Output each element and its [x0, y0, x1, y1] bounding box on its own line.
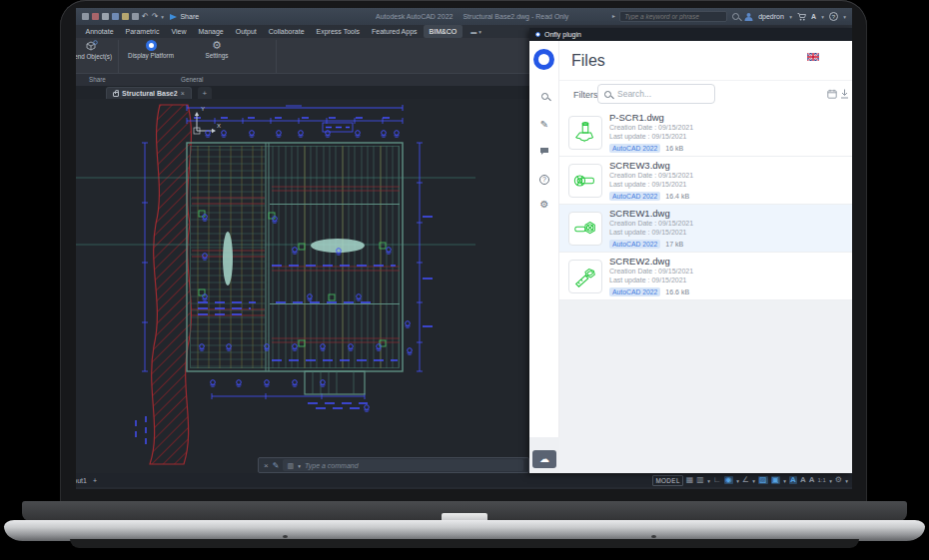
plugin-dot-icon — [535, 32, 540, 37]
tab-annotate[interactable]: Annotate — [80, 25, 120, 38]
format-badge: AutoCAD 2022 — [609, 287, 660, 296]
tab-collaborate[interactable]: Collaborate — [263, 25, 311, 38]
close-command-icon[interactable]: × — [264, 461, 269, 470]
open-file-icon[interactable] — [102, 13, 109, 20]
file-row[interactable]: P-SCR1.dwg Creation Date : 09/15/2021 La… — [559, 109, 852, 157]
sidebar-search-icon[interactable] — [529, 91, 559, 102]
filters-button[interactable]: Filters — [573, 90, 598, 100]
share-button[interactable]: Share — [170, 13, 199, 20]
cloud-upload-button[interactable]: ☁ — [532, 450, 556, 468]
settings-gear-icon[interactable]: ⚙ — [835, 476, 842, 484]
help-caret-icon[interactable]: ▾ — [843, 13, 846, 19]
autodesk-app-icon[interactable]: A — [811, 13, 816, 20]
user-caret-icon[interactable]: ▾ — [789, 13, 792, 19]
tab-parametric[interactable]: Parametric — [120, 25, 166, 38]
command-input[interactable]: ▥ ▾ Type a command — [283, 459, 523, 471]
annotation-scale-icon[interactable]: A — [809, 476, 815, 484]
ribbon-tabs: Insert Annotate Parametric View Manage O… — [76, 25, 463, 38]
dwg-thumbnail — [568, 116, 602, 150]
files-page-title: Files — [571, 52, 605, 70]
file-row-selected[interactable]: SCREW1.dwg Creation Date : 09/15/2021 La… — [559, 205, 852, 253]
save-icon[interactable] — [112, 13, 119, 20]
qat-caret-icon[interactable]: ▾ — [162, 13, 165, 19]
sidebar-chat-icon[interactable] — [529, 147, 559, 158]
dwg-thumbnail — [568, 260, 602, 293]
cart-icon[interactable] — [797, 13, 806, 21]
file-search-box[interactable] — [597, 84, 715, 104]
grid-display-icon[interactable]: ▦ — [686, 476, 694, 484]
format-badge: AutoCAD 2022 — [609, 240, 660, 249]
doc-title: Structural Base2.dwg - Read Only — [463, 13, 568, 20]
collapse-caret-icon: ▾ — [478, 28, 481, 34]
plugin-toolbar: Filters — [559, 81, 852, 109]
help-icon[interactable]: ? — [829, 12, 838, 21]
command-caret-icon[interactable]: ▾ — [298, 462, 301, 468]
tab-express-tools[interactable]: Express Tools — [311, 25, 366, 38]
object-snap-icon[interactable]: ▣ — [771, 476, 781, 484]
command-line[interactable]: × ✎ ▥ ▾ Type a command — [258, 457, 529, 473]
scale-caret-icon[interactable]: ▾ — [829, 477, 832, 483]
bottom-bar: Layout1 + MODEL ▦ ▥ ▾ ∟ ◉ ▾ ∠ ▾ ▨ ▣ ▾ A … — [76, 473, 852, 487]
tab-bimco[interactable]: BIM&CO — [424, 25, 464, 38]
tab-featured-apps[interactable]: Featured Apps — [366, 25, 424, 38]
new-file-icon[interactable] — [92, 13, 99, 20]
share-label: Share — [180, 13, 199, 20]
file-size: 16.6 kB — [665, 288, 689, 295]
snap-caret-icon[interactable]: ▾ — [707, 477, 710, 483]
calendar-icon[interactable] — [827, 89, 837, 99]
send-objects-button[interactable]: Send Object(s) — [76, 40, 120, 72]
settings-label: Settings — [206, 53, 229, 60]
polar-tracking-icon[interactable]: ◉ — [724, 476, 733, 484]
tab-output[interactable]: Output — [230, 25, 263, 38]
new-document-tab-button[interactable]: + — [198, 87, 212, 99]
search-type-caret-icon[interactable]: ▾ — [609, 15, 616, 18]
print-icon[interactable] — [122, 13, 129, 20]
laptop-front-edge — [4, 520, 925, 541]
layout-tabs: Layout1 + — [76, 477, 97, 484]
file-name: SCREW2.dwg — [609, 256, 693, 267]
tab-manage[interactable]: Manage — [192, 25, 229, 38]
app-caret-icon[interactable]: ▾ — [821, 13, 824, 19]
language-flag-icon[interactable] — [807, 53, 819, 61]
osnap-tracking-icon[interactable]: ▨ — [758, 476, 768, 484]
plugin-sidebar: ✎ ? ⚙ ☁ — [529, 41, 559, 473]
snap-mode-icon[interactable]: ▥ — [696, 476, 704, 484]
username[interactable]: dpedron — [758, 13, 784, 20]
plot-icon[interactable] — [132, 13, 139, 20]
file-search-input[interactable] — [615, 88, 695, 100]
model-space-toggle[interactable]: MODEL — [652, 475, 682, 486]
redo-icon[interactable]: ↷ — [152, 13, 159, 21]
ribbon-collapse-control[interactable]: ▬ ▾ — [470, 28, 481, 35]
polar-caret-icon[interactable]: ▾ — [736, 477, 739, 483]
file-row[interactable]: SCREW2.dwg Creation Date : 09/15/2021 La… — [559, 253, 852, 300]
ortho-mode-icon[interactable]: ∟ — [713, 476, 721, 484]
display-platform-button[interactable]: Display Platform — [122, 40, 180, 72]
download-icon[interactable] — [840, 89, 849, 99]
undo-icon[interactable]: ↶ — [142, 13, 149, 21]
panel-share-label: Share — [89, 74, 106, 86]
document-tab[interactable]: Structural Base2 × — [106, 87, 192, 99]
settings-button[interactable]: ⚙ Settings — [188, 40, 246, 72]
close-tab-icon[interactable]: × — [181, 90, 185, 97]
gear-caret-icon[interactable]: ▾ — [845, 477, 848, 483]
sidebar-help-icon[interactable]: ? — [529, 173, 559, 185]
osnap-caret-icon[interactable]: ▾ — [783, 477, 786, 483]
quick-access-toolbar[interactable]: ↶ ↷ ▾ — [82, 13, 164, 21]
autoscale-icon[interactable]: A — [800, 476, 806, 484]
tab-view[interactable]: View — [165, 25, 192, 38]
sidebar-edit-icon[interactable]: ✎ — [529, 119, 559, 130]
keyword-search-input[interactable] — [619, 11, 727, 22]
annotation-visibility-icon[interactable]: A — [789, 476, 797, 484]
plugin-titlebar[interactable]: Onfly plugin — [529, 28, 852, 41]
scale-value[interactable]: 1:1 — [817, 477, 825, 483]
isodraft-caret-icon[interactable]: ▾ — [752, 477, 755, 483]
add-layout-button[interactable]: + — [93, 477, 97, 484]
layout1-tab[interactable]: Layout1 — [76, 477, 87, 484]
isodraft-icon[interactable]: ∠ — [742, 476, 749, 484]
customize-pencil-icon[interactable]: ✎ — [273, 461, 280, 470]
file-row[interactable]: SCREW3.dwg Creation Date : 09/15/2021 La… — [559, 157, 852, 205]
search-icon[interactable] — [732, 13, 739, 20]
sidebar-settings-icon[interactable]: ⚙ — [529, 199, 559, 210]
command-list-icon[interactable]: ▥ — [287, 462, 294, 469]
app-menu-icon[interactable] — [82, 13, 89, 20]
